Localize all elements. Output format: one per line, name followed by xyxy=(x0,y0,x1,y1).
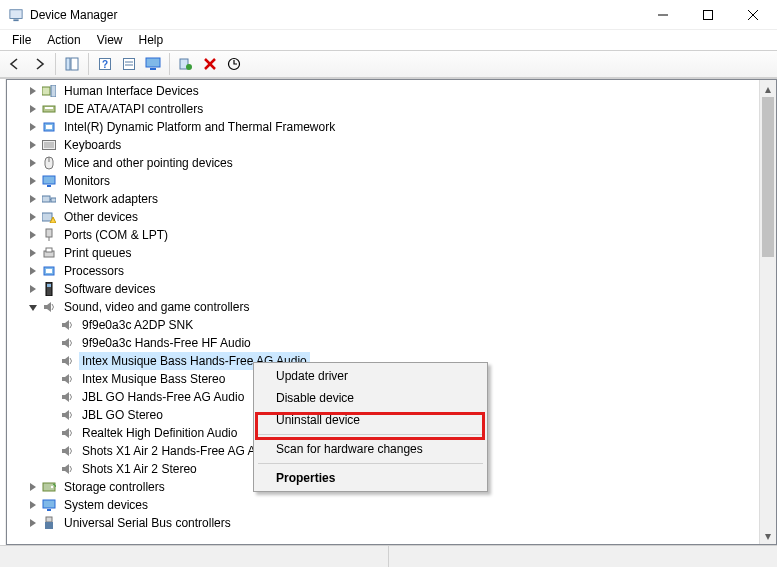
tree-device[interactable]: 9f9e0a3c A2DP SNK xyxy=(7,316,776,334)
expander-icon[interactable] xyxy=(25,281,41,297)
tree-item-label: Human Interface Devices xyxy=(61,82,202,100)
tree-category[interactable]: Intel(R) Dynamic Platform and Thermal Fr… xyxy=(7,118,776,136)
speaker-icon xyxy=(59,425,75,441)
svg-rect-34 xyxy=(42,196,50,202)
tree-category[interactable]: Software devices xyxy=(7,280,776,298)
expander-icon[interactable] xyxy=(25,299,41,315)
svg-rect-42 xyxy=(46,248,52,252)
context-menu-item[interactable]: Uninstall device xyxy=(256,409,485,431)
svg-rect-14 xyxy=(150,68,156,70)
tree-category[interactable]: Ports (COM & LPT) xyxy=(7,226,776,244)
usb-icon xyxy=(41,515,57,531)
svg-rect-7 xyxy=(71,58,78,70)
expander-icon[interactable] xyxy=(25,479,41,495)
tree-item-label: Realtek High Definition Audio xyxy=(79,424,240,442)
minimize-button[interactable] xyxy=(640,1,685,29)
sw-icon xyxy=(41,281,57,297)
tree-item-label: Monitors xyxy=(61,172,113,190)
context-menu-item[interactable]: Scan for hardware changes xyxy=(256,438,485,460)
context-menu-separator xyxy=(258,463,483,464)
cpu-icon xyxy=(41,119,57,135)
tree-category[interactable]: Keyboards xyxy=(7,136,776,154)
properties-button[interactable] xyxy=(118,53,140,75)
status-cell-left xyxy=(0,546,389,567)
svg-rect-0 xyxy=(10,9,22,18)
maximize-button[interactable] xyxy=(685,1,730,29)
tree-category[interactable]: Other devices xyxy=(7,208,776,226)
scroll-up-arrow[interactable]: ▴ xyxy=(760,80,776,97)
sys-icon xyxy=(41,497,57,513)
tree-category[interactable]: Universal Serial Bus controllers xyxy=(7,514,776,532)
mouse-icon xyxy=(41,155,57,171)
close-button[interactable] xyxy=(730,1,775,29)
tree-category[interactable]: Mice and other pointing devices xyxy=(7,154,776,172)
context-menu-item[interactable]: Properties xyxy=(256,467,485,489)
tree-item-label: Other devices xyxy=(61,208,141,226)
back-button[interactable] xyxy=(4,53,26,75)
warn-icon xyxy=(41,209,57,225)
expander-icon xyxy=(43,461,59,477)
expander-icon[interactable] xyxy=(25,155,41,171)
menu-view[interactable]: View xyxy=(89,32,131,48)
expander-icon[interactable] xyxy=(25,209,41,225)
tree-category[interactable]: IDE ATA/ATAPI controllers xyxy=(7,100,776,118)
menu-file[interactable]: File xyxy=(4,32,39,48)
port-icon xyxy=(41,227,57,243)
tree-category[interactable]: System devices xyxy=(7,496,776,514)
expander-icon xyxy=(43,425,59,441)
cpu-icon xyxy=(41,263,57,279)
scroll-thumb[interactable] xyxy=(762,97,774,257)
uninstall-button[interactable] xyxy=(199,53,221,75)
tree-category[interactable]: Processors xyxy=(7,262,776,280)
show-hide-tree-button[interactable] xyxy=(61,53,83,75)
svg-rect-44 xyxy=(46,269,52,273)
computer-button[interactable] xyxy=(142,53,164,75)
expander-icon xyxy=(43,353,59,369)
tree-category[interactable]: Monitors xyxy=(7,172,776,190)
expander-icon[interactable] xyxy=(25,227,41,243)
context-menu-item[interactable]: Disable device xyxy=(256,387,485,409)
expander-icon xyxy=(43,389,59,405)
expander-icon xyxy=(43,317,59,333)
expander-icon[interactable] xyxy=(25,245,41,261)
tree-device[interactable]: 9f9e0a3c Hands-Free HF Audio xyxy=(7,334,776,352)
vertical-scrollbar[interactable]: ▴ ▾ xyxy=(759,80,776,544)
forward-button[interactable] xyxy=(28,53,50,75)
tree-category[interactable]: Network adapters xyxy=(7,190,776,208)
context-menu-item[interactable]: Update driver xyxy=(256,365,485,387)
svg-rect-35 xyxy=(51,198,56,202)
expander-icon[interactable] xyxy=(25,263,41,279)
tree-item-label: JBL GO Hands-Free AG Audio xyxy=(79,388,247,406)
tree-category[interactable]: Human Interface Devices xyxy=(7,82,776,100)
speaker-icon xyxy=(59,335,75,351)
svg-rect-25 xyxy=(46,125,52,129)
menu-help[interactable]: Help xyxy=(131,32,172,48)
expander-icon[interactable] xyxy=(25,497,41,513)
expander-icon[interactable] xyxy=(25,191,41,207)
toolbar: ? xyxy=(0,50,777,78)
tree-category-sound[interactable]: Sound, video and game controllers xyxy=(7,298,776,316)
speaker-icon xyxy=(59,371,75,387)
statusbar xyxy=(0,545,777,567)
expander-icon[interactable] xyxy=(25,137,41,153)
expander-icon[interactable] xyxy=(25,515,41,531)
speaker-icon xyxy=(59,407,75,423)
speaker-icon xyxy=(59,317,75,333)
tree-item-label: Shots X1 Air 2 Hands-Free AG Audio xyxy=(79,442,281,460)
help-button[interactable]: ? xyxy=(94,53,116,75)
svg-rect-51 xyxy=(46,517,52,522)
expander-icon[interactable] xyxy=(25,101,41,117)
speaker-icon xyxy=(59,443,75,459)
update-driver-button[interactable] xyxy=(223,53,245,75)
tree-item-label: Mice and other pointing devices xyxy=(61,154,236,172)
tree-category[interactable]: Print queues xyxy=(7,244,776,262)
scan-hardware-button[interactable] xyxy=(175,53,197,75)
menu-action[interactable]: Action xyxy=(39,32,88,48)
expander-icon[interactable] xyxy=(25,83,41,99)
expander-icon[interactable] xyxy=(25,173,41,189)
expander-icon[interactable] xyxy=(25,119,41,135)
titlebar: Device Manager xyxy=(0,0,777,30)
svg-rect-33 xyxy=(47,185,51,187)
scroll-down-arrow[interactable]: ▾ xyxy=(760,527,776,544)
svg-rect-10 xyxy=(124,59,135,70)
